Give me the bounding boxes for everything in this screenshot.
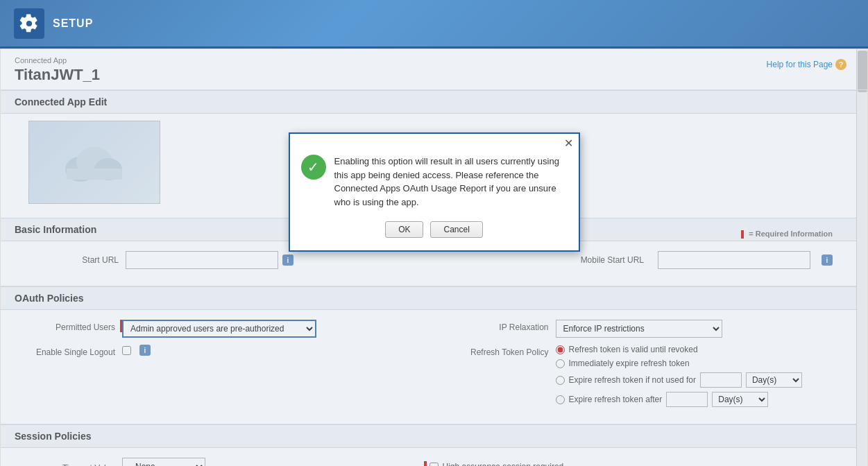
modal-message: Enabling this option will result in all … xyxy=(334,155,565,209)
modal-close-button[interactable]: ✕ xyxy=(564,138,573,149)
modal-overlay: ✕ ✓ Enabling this option will result in … xyxy=(1,49,867,466)
modal-cancel-button[interactable]: Cancel xyxy=(430,221,482,238)
modal-close-bar: ✕ xyxy=(290,134,579,149)
modal-footer: OK Cancel xyxy=(290,221,579,250)
header: SETUP xyxy=(0,0,868,49)
setup-icon xyxy=(14,8,44,39)
modal-check-icon: ✓ xyxy=(301,155,326,180)
modal-body: ✓ Enabling this option will result in al… xyxy=(290,149,579,221)
modal-dialog: ✕ ✓ Enabling this option will result in … xyxy=(289,132,580,252)
header-title: SETUP xyxy=(53,17,93,30)
modal-ok-button[interactable]: OK xyxy=(385,221,423,238)
gear-icon xyxy=(19,14,39,33)
page-container: Connected App TitanJWT_1 Help for this P… xyxy=(0,49,868,466)
